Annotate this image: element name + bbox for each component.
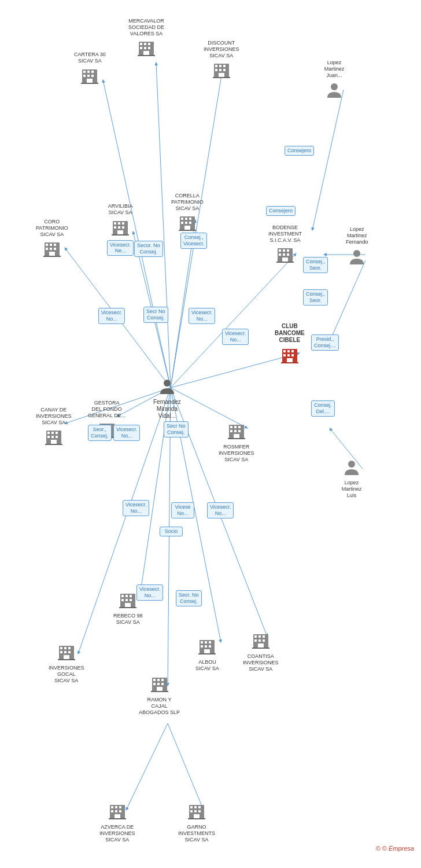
svg-rect-67 (117, 230, 123, 235)
building-icon-azverca (107, 801, 128, 822)
node-lopez-luis[interactable]: LopezMartinezLuis (341, 457, 362, 498)
badge-secr-no-consej-rebeco[interactable]: Secr. NoConsej. (176, 590, 202, 606)
svg-rect-123 (228, 438, 245, 439)
svg-rect-168 (157, 687, 163, 692)
svg-rect-141 (64, 655, 69, 660)
badge-consej-seor-1[interactable]: Consej.,Seor. (303, 257, 328, 273)
svg-rect-90 (287, 350, 290, 352)
svg-rect-139 (64, 651, 67, 653)
badge-consejero-2[interactable]: Consejero (266, 206, 296, 216)
node-coantisa[interactable]: COANTISAINVERSIONESSICAV SA (243, 631, 279, 672)
svg-rect-68 (112, 234, 129, 236)
building-icon-discount (211, 60, 232, 81)
label-coro: COROPATRIMONIOSICAV SA (36, 219, 68, 237)
badge-consejero-1[interactable]: Consejero (285, 146, 314, 156)
svg-rect-153 (254, 635, 257, 638)
svg-rect-121 (238, 430, 241, 432)
badge-secor-consej-arvilibia[interactable]: Secor. NoConsej. (134, 241, 163, 257)
node-corella[interactable]: CORELLAPATRIMONIOSICAV SA (171, 191, 204, 234)
badge-vicesecr-lower-1[interactable]: Vicesecr.No... (123, 500, 149, 516)
building-icon-arvilibia (110, 218, 131, 238)
node-albou[interactable]: ALBOUSICAV SA (195, 637, 219, 672)
svg-rect-146 (209, 641, 211, 643)
svg-point-87 (353, 250, 360, 257)
badge-vicesecr-1[interactable]: Vicesecr.No... (98, 308, 125, 324)
label-lopez-juan: LopezMartinezJuan... (324, 60, 345, 78)
svg-rect-89 (283, 350, 286, 352)
node-mercavalor[interactable]: MERCAVALORSOCIEDAD DEVALORES SA (128, 16, 164, 59)
svg-rect-46 (87, 75, 90, 77)
svg-rect-174 (111, 810, 113, 812)
label-corella: CORELLAPATRIMONIOSICAV SA (171, 193, 204, 211)
node-club-bancomer[interactable]: CLUBBANCOMECIBELE (275, 321, 305, 366)
svg-rect-159 (258, 643, 264, 648)
svg-rect-171 (111, 806, 113, 808)
badge-vicesecr-arvilibia[interactable]: Vicesecr.Ne... (107, 240, 134, 256)
badge-secr-no-consej-center[interactable]: Secr NoConsej. (143, 307, 168, 323)
node-bodense[interactable]: BODENSEINVESTMENTS.I.C.A.V. SA (268, 223, 302, 266)
svg-rect-62 (118, 222, 120, 225)
label-mercavalor: MERCAVALORSOCIEDAD DEVALORES SA (128, 18, 164, 36)
node-coro[interactable]: COROPATRIMONIOSICAV SA (36, 217, 68, 260)
badge-vicesecr-lower-3[interactable]: Vicesecr.No... (207, 502, 234, 518)
svg-rect-95 (287, 358, 293, 363)
svg-rect-37 (219, 69, 221, 71)
node-lopez-juan[interactable]: LopezMartinezJuan... (324, 58, 345, 101)
badge-vicesecr-2[interactable]: Vicesecr.No... (189, 308, 215, 324)
node-ramon-cajal[interactable]: RAMON YCAJALABOGADOS SLP (139, 674, 180, 715)
node-azverca[interactable]: AZVERCA DEINVERSIONESSICAV SA (99, 801, 135, 843)
svg-rect-147 (201, 645, 203, 648)
badge-socio[interactable]: Socio (160, 527, 183, 536)
building-icon-ramon-cajal (149, 674, 170, 695)
svg-rect-65 (118, 226, 120, 229)
svg-rect-116 (230, 426, 232, 428)
node-cartera30[interactable]: CARTERA 30SICAV SA (74, 50, 106, 87)
badge-vicese-lower-2[interactable]: ViceseNo... (171, 502, 194, 518)
svg-line-17 (168, 723, 204, 810)
brand-footer: © © Empresa (376, 845, 414, 852)
label-discount: DISCOUNTINVERSIONESSICAV SA (204, 40, 239, 58)
badge-vicesecr-rebeco[interactable]: Vicesecr.No... (136, 584, 163, 601)
svg-rect-155 (263, 635, 265, 638)
svg-rect-40 (213, 77, 230, 78)
node-fernandez[interactable]: Fernandez Miranda Vidal... (153, 376, 181, 420)
node-garno[interactable]: GARNOINVESTMENTSSICAV SA (178, 801, 215, 843)
badge-consej-vicesecr[interactable]: Consej.,Vicesecr. (180, 233, 207, 249)
badge-consej-del[interactable]: Consej.Del.... (311, 400, 335, 417)
badge-seor-consej-gestora[interactable]: Seor.,Consej. (88, 425, 112, 441)
badge-presid-consej[interactable]: Presid.,Consej.... (311, 334, 339, 351)
svg-rect-140 (68, 651, 71, 653)
building-icon-cartera30 (79, 66, 100, 87)
label-rebeco98: REBECO 98SICAV SA (113, 613, 143, 626)
badge-secr-no-consej-gestora[interactable]: Secr NoConsej. (164, 421, 189, 437)
svg-line-18 (312, 90, 344, 230)
svg-rect-145 (205, 641, 207, 643)
node-discount[interactable]: DISCOUNTINVERSIONESSICAV SA (204, 38, 239, 81)
node-label-fernandez: Fernandez Miranda Vidal... (153, 399, 181, 420)
svg-rect-61 (114, 222, 116, 225)
svg-rect-74 (185, 222, 187, 224)
svg-rect-75 (189, 222, 191, 224)
badge-vicesecr-3[interactable]: Vicesecr.No... (222, 329, 249, 345)
svg-rect-36 (215, 69, 217, 71)
svg-rect-91 (291, 350, 294, 352)
node-lopez-fernando[interactable]: LopezMartinezFernando (346, 225, 368, 267)
svg-rect-102 (51, 436, 54, 438)
svg-rect-29 (148, 47, 150, 49)
building-icon-corella (177, 213, 198, 234)
building-icon-garno (186, 801, 207, 822)
svg-rect-47 (91, 75, 94, 77)
badge-vicesecr-gestora[interactable]: Vicesecr.No... (113, 425, 140, 441)
building-icon-rebeco98 (117, 590, 138, 611)
label-gestora: GESTORADEL FONDOGENERAL DE... (88, 400, 125, 418)
node-canay[interactable]: CANAY DEINVERSIONESSICAV SA (36, 405, 72, 448)
node-inversiones-gocal[interactable]: INVERSIONESGOCALSICAV SA (49, 642, 84, 683)
svg-rect-77 (179, 230, 196, 231)
svg-rect-158 (263, 639, 265, 642)
node-rosmfer[interactable]: ROSMFERINVERSIONESSICAV SA (219, 421, 254, 462)
node-arvilibia[interactable]: ARVILIBIASICAV SA Vicesecr.Ne... (107, 201, 134, 256)
svg-rect-85 (282, 258, 288, 262)
badge-consej-seor-2[interactable]: Consej.,Seor. (303, 289, 328, 306)
svg-rect-43 (87, 71, 90, 73)
svg-rect-27 (140, 47, 142, 49)
